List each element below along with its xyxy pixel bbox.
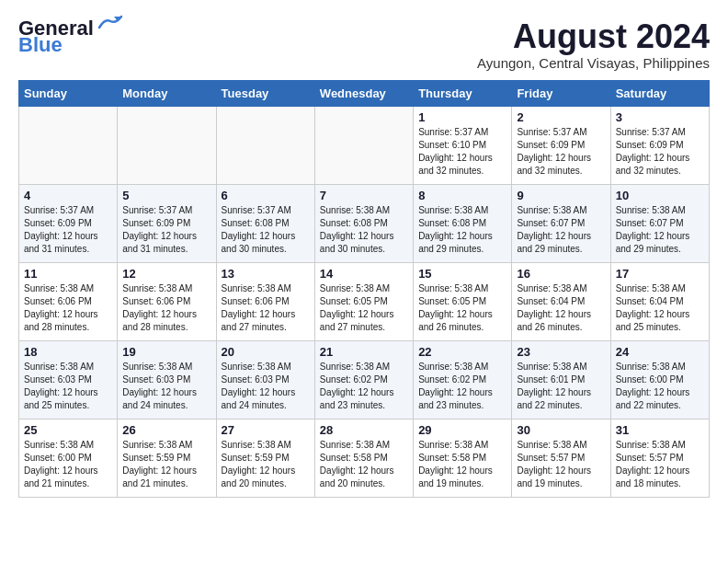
day-number: 9 (517, 189, 605, 202)
column-header-thursday: Thursday (414, 80, 512, 106)
week-row-5: 25Sunrise: 5:38 AMSunset: 6:00 PMDayligh… (19, 419, 710, 497)
day-number: 3 (616, 110, 704, 124)
column-header-monday: Monday (118, 80, 216, 106)
column-header-saturday: Saturday (610, 80, 709, 106)
day-number: 20 (222, 345, 310, 359)
day-number: 18 (24, 345, 112, 359)
day-number: 7 (320, 189, 408, 202)
week-row-1: 1Sunrise: 5:37 AMSunset: 6:10 PMDaylight… (19, 106, 710, 184)
calendar-cell: 23Sunrise: 5:38 AMSunset: 6:01 PMDayligh… (512, 340, 610, 419)
day-info: Sunrise: 5:38 AMSunset: 6:00 PMDaylight:… (616, 361, 704, 412)
calendar-cell: 1Sunrise: 5:37 AMSunset: 6:10 PMDaylight… (414, 106, 512, 184)
day-info: Sunrise: 5:38 AMSunset: 6:03 PMDaylight:… (122, 361, 210, 412)
day-number: 31 (616, 423, 704, 437)
day-info: Sunrise: 5:38 AMSunset: 6:08 PMDaylight:… (320, 204, 408, 256)
day-number: 23 (517, 345, 605, 359)
day-number: 1 (418, 110, 506, 124)
day-info: Sunrise: 5:38 AMSunset: 6:06 PMDaylight:… (222, 282, 310, 334)
calendar-cell: 12Sunrise: 5:38 AMSunset: 6:06 PMDayligh… (118, 262, 216, 340)
calendar-cell: 17Sunrise: 5:38 AMSunset: 6:04 PMDayligh… (610, 262, 709, 340)
header: General Blue August 2024 Ayungon, Centra… (18, 18, 710, 71)
day-info: Sunrise: 5:38 AMSunset: 6:08 PMDaylight:… (418, 204, 506, 256)
day-number: 4 (24, 189, 112, 202)
day-info: Sunrise: 5:38 AMSunset: 5:57 PMDaylight:… (517, 439, 605, 490)
day-info: Sunrise: 5:38 AMSunset: 6:03 PMDaylight:… (222, 361, 310, 412)
calendar-subtitle: Ayungon, Central Visayas, Philippines (477, 55, 710, 71)
week-row-3: 11Sunrise: 5:38 AMSunset: 6:06 PMDayligh… (19, 262, 710, 340)
calendar-cell: 6Sunrise: 5:37 AMSunset: 6:08 PMDaylight… (216, 184, 314, 262)
day-number: 2 (517, 110, 605, 124)
calendar-cell: 27Sunrise: 5:38 AMSunset: 5:59 PMDayligh… (216, 419, 314, 497)
day-number: 16 (517, 267, 605, 281)
calendar-cell: 18Sunrise: 5:38 AMSunset: 6:03 PMDayligh… (19, 340, 118, 419)
day-number: 29 (418, 423, 506, 437)
calendar-cell: 10Sunrise: 5:38 AMSunset: 6:07 PMDayligh… (610, 184, 709, 262)
calendar-cell (118, 106, 216, 184)
calendar-cell: 11Sunrise: 5:38 AMSunset: 6:06 PMDayligh… (19, 262, 118, 340)
calendar-cell: 7Sunrise: 5:38 AMSunset: 6:08 PMDaylight… (314, 184, 413, 262)
day-info: Sunrise: 5:37 AMSunset: 6:09 PMDaylight:… (616, 126, 704, 178)
logo: General Blue (18, 18, 123, 55)
calendar-cell: 26Sunrise: 5:38 AMSunset: 5:59 PMDayligh… (118, 419, 216, 497)
calendar-cell: 22Sunrise: 5:38 AMSunset: 6:02 PMDayligh… (414, 340, 512, 419)
day-info: Sunrise: 5:38 AMSunset: 6:00 PMDaylight:… (24, 439, 112, 490)
calendar-cell: 3Sunrise: 5:37 AMSunset: 6:09 PMDaylight… (610, 106, 709, 184)
calendar-cell: 24Sunrise: 5:38 AMSunset: 6:00 PMDayligh… (610, 340, 709, 419)
day-info: Sunrise: 5:38 AMSunset: 6:06 PMDaylight:… (24, 282, 112, 334)
column-header-friday: Friday (512, 80, 610, 106)
day-number: 15 (418, 267, 506, 281)
day-info: Sunrise: 5:37 AMSunset: 6:08 PMDaylight:… (222, 204, 310, 256)
calendar-cell: 2Sunrise: 5:37 AMSunset: 6:09 PMDaylight… (512, 106, 610, 184)
calendar-cell: 4Sunrise: 5:37 AMSunset: 6:09 PMDaylight… (19, 184, 118, 262)
day-info: Sunrise: 5:37 AMSunset: 6:09 PMDaylight:… (122, 204, 210, 256)
logo-blue: Blue (18, 35, 63, 55)
calendar-cell: 5Sunrise: 5:37 AMSunset: 6:09 PMDaylight… (118, 184, 216, 262)
day-number: 10 (616, 189, 704, 202)
day-info: Sunrise: 5:38 AMSunset: 6:05 PMDaylight:… (418, 282, 506, 334)
day-info: Sunrise: 5:38 AMSunset: 6:07 PMDaylight:… (616, 204, 704, 256)
column-header-wednesday: Wednesday (314, 80, 413, 106)
day-info: Sunrise: 5:38 AMSunset: 6:07 PMDaylight:… (517, 204, 605, 256)
calendar-cell: 9Sunrise: 5:38 AMSunset: 6:07 PMDaylight… (512, 184, 610, 262)
calendar-cell: 15Sunrise: 5:38 AMSunset: 6:05 PMDayligh… (414, 262, 512, 340)
calendar-cell: 14Sunrise: 5:38 AMSunset: 6:05 PMDayligh… (314, 262, 413, 340)
day-number: 12 (122, 267, 210, 281)
day-number: 5 (122, 189, 210, 202)
day-number: 8 (418, 189, 506, 202)
calendar-cell (314, 106, 413, 184)
calendar-cell: 16Sunrise: 5:38 AMSunset: 6:04 PMDayligh… (512, 262, 610, 340)
day-number: 13 (222, 267, 310, 281)
day-info: Sunrise: 5:37 AMSunset: 6:10 PMDaylight:… (418, 126, 506, 178)
day-number: 14 (320, 267, 408, 281)
day-number: 24 (616, 345, 704, 359)
day-info: Sunrise: 5:38 AMSunset: 5:59 PMDaylight:… (122, 439, 210, 490)
calendar-cell: 25Sunrise: 5:38 AMSunset: 6:00 PMDayligh… (19, 419, 118, 497)
day-info: Sunrise: 5:38 AMSunset: 6:06 PMDaylight:… (122, 282, 210, 334)
day-number: 6 (222, 189, 310, 202)
calendar-cell: 29Sunrise: 5:38 AMSunset: 5:58 PMDayligh… (414, 419, 512, 497)
day-info: Sunrise: 5:38 AMSunset: 6:04 PMDaylight:… (616, 282, 704, 334)
logo-bird-icon (97, 14, 123, 32)
calendar-cell: 28Sunrise: 5:38 AMSunset: 5:58 PMDayligh… (314, 419, 413, 497)
day-info: Sunrise: 5:38 AMSunset: 6:05 PMDaylight:… (320, 282, 408, 334)
day-info: Sunrise: 5:38 AMSunset: 6:01 PMDaylight:… (517, 361, 605, 412)
day-number: 27 (222, 423, 310, 437)
day-number: 19 (122, 345, 210, 359)
calendar-cell: 19Sunrise: 5:38 AMSunset: 6:03 PMDayligh… (118, 340, 216, 419)
day-number: 17 (616, 267, 704, 281)
calendar-title: August 2024 (477, 18, 710, 55)
calendar-cell (19, 106, 118, 184)
day-info: Sunrise: 5:38 AMSunset: 5:58 PMDaylight:… (320, 439, 408, 490)
calendar-cell: 31Sunrise: 5:38 AMSunset: 5:57 PMDayligh… (610, 419, 709, 497)
day-info: Sunrise: 5:38 AMSunset: 5:58 PMDaylight:… (418, 439, 506, 490)
calendar-cell: 30Sunrise: 5:38 AMSunset: 5:57 PMDayligh… (512, 419, 610, 497)
calendar-cell: 20Sunrise: 5:38 AMSunset: 6:03 PMDayligh… (216, 340, 314, 419)
calendar-cell: 8Sunrise: 5:38 AMSunset: 6:08 PMDaylight… (414, 184, 512, 262)
day-number: 22 (418, 345, 506, 359)
calendar-cell (216, 106, 314, 184)
day-number: 30 (517, 423, 605, 437)
day-info: Sunrise: 5:37 AMSunset: 6:09 PMDaylight:… (24, 204, 112, 256)
day-number: 26 (122, 423, 210, 437)
calendar-cell: 13Sunrise: 5:38 AMSunset: 6:06 PMDayligh… (216, 262, 314, 340)
day-info: Sunrise: 5:38 AMSunset: 6:03 PMDaylight:… (24, 361, 112, 412)
